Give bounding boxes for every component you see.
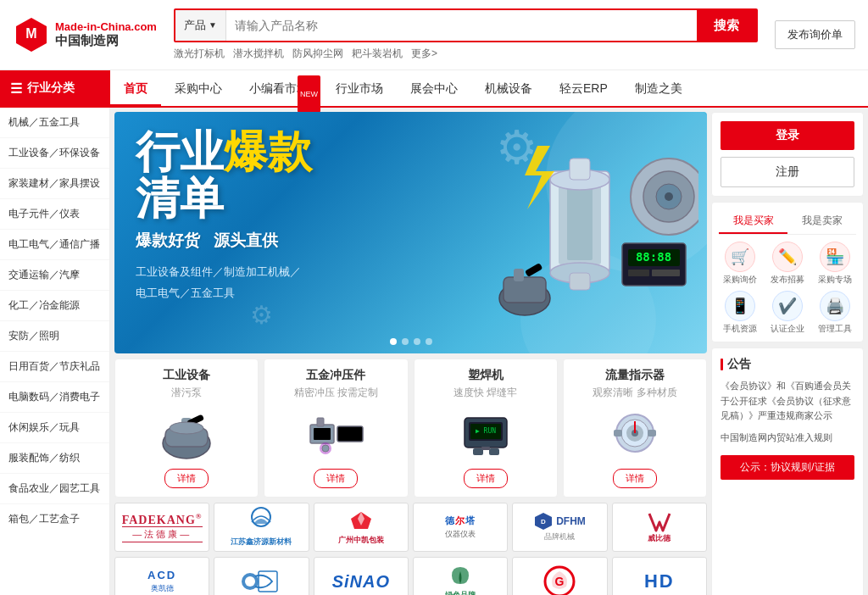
search-button[interactable]: 搜索 — [697, 10, 756, 41]
logo[interactable]: M Made-in-China.com 中国制造网 — [13, 16, 157, 53]
brand-wbd[interactable]: 威比德 — [612, 503, 707, 552]
hotword-3[interactable]: 防风抑尘网 — [292, 47, 343, 61]
sidebar-item-machinery[interactable]: 机械／五金工具 — [0, 108, 109, 138]
sidebar-item-building[interactable]: 家装建材／家具摆设 — [0, 169, 109, 199]
svg-rect-31 — [337, 426, 363, 442]
hotword-4[interactable]: 耙斗装岩机 — [352, 47, 403, 61]
sidebar-item-industrial[interactable]: 工业设备／环保设备 — [0, 138, 109, 169]
nav-item-erp[interactable]: 轻云ERP — [546, 70, 621, 106]
sidebar-item-clothing[interactable]: 服装配饰／纺织 — [0, 443, 109, 474]
sidebar-item-leisure[interactable]: 休闲娱乐／玩具 — [0, 413, 109, 443]
notice-title: 公告 — [721, 357, 854, 372]
nav-item-home[interactable]: 首页 — [110, 70, 161, 106]
svg-point-53 — [245, 576, 255, 587]
brand-sinao[interactable]: SiNAO — [314, 557, 409, 595]
sidebar-item-transport[interactable]: 交通运输／汽摩 — [0, 260, 109, 291]
register-button[interactable]: 注册 — [721, 157, 854, 187]
banner-highlight: 爆款 — [224, 127, 312, 176]
dot-3[interactable] — [414, 338, 420, 345]
brand-unknown-1[interactable] — [214, 557, 309, 595]
seller-tab[interactable]: 我是卖家 — [787, 209, 856, 234]
icon-certified-enterprise[interactable]: ✔️ 认证企业 — [766, 291, 809, 335]
dot-1[interactable] — [390, 338, 397, 345]
icon-certified-enterprise-label: 认证企业 — [771, 323, 804, 335]
dot-2[interactable] — [402, 338, 409, 345]
nav-item-expo[interactable]: 展会中心 — [397, 70, 471, 106]
sidebar-item-chemical[interactable]: 化工／冶金能源 — [0, 291, 109, 321]
publish-inquiry-button[interactable]: 发布询价单 — [775, 20, 855, 49]
sidebar-item-electronics[interactable]: 电子元件／仪表 — [0, 199, 109, 230]
hotword-2[interactable]: 潜水搅拌机 — [233, 47, 284, 61]
search-input[interactable] — [226, 10, 697, 41]
sidebar: 机械／五金工具 工业设备／环保设备 家装建材／家具摆设 电子元件／仪表 电工电气… — [0, 108, 110, 595]
svg-rect-8 — [570, 158, 590, 180]
sidebar-item-security[interactable]: 安防／照明 — [0, 321, 109, 352]
brand-row-1: FADEKANG® —法德康— 江苏鑫济源新材料 — [114, 503, 707, 552]
svg-point-33 — [322, 445, 329, 452]
dot-4[interactable] — [426, 338, 432, 345]
sidebar-item-food[interactable]: 食品农业／园艺工具 — [0, 474, 109, 504]
icon-grid: 🛒 采购询价 ✏️ 发布招募 🏪 采购专场 📱 手机资源 ✔️ 认证企 — [719, 242, 856, 335]
buyer-seller-tabs: 我是买家 我是卖家 — [719, 209, 856, 235]
product-cards-row: 工业设备 潜污泵 详情 五金冲压件 精密冲压 按需定制 — [114, 359, 707, 498]
icon-publish-recruit[interactable]: ✏️ 发布招募 — [766, 242, 809, 286]
nav-category-btn[interactable]: ☰ 行业分类 — [0, 70, 110, 106]
search-type-selector[interactable]: 产品 ▼ — [175, 10, 226, 41]
product-title-2: 五金冲压件 — [273, 368, 398, 383]
sidebar-item-electrical[interactable]: 电工电气／通信广播 — [0, 230, 109, 260]
icon-purchase-inquiry[interactable]: 🛒 采购询价 — [719, 242, 761, 286]
detail-btn-2[interactable]: 详情 — [314, 469, 358, 488]
icon-purchase-venue[interactable]: 🏪 采购专场 — [814, 242, 856, 286]
icon-mobile-resources-label: 手机资源 — [723, 323, 757, 335]
brand-row-2: ACD 奥凯德 SiNAO — [114, 557, 707, 595]
nav-bar: ☰ 行业分类 首页 采购中心 小编看市场NEW 行业市场 展会中心 机械设备 轻… — [0, 70, 868, 108]
product-sub-1: 潜污泵 — [124, 386, 249, 400]
brand-acd[interactable]: ACD 奥凯德 — [114, 557, 209, 595]
brand-jiangsu[interactable]: 江苏鑫济源新材料 — [214, 503, 309, 552]
svg-text:88:88: 88:88 — [636, 250, 671, 264]
detail-btn-3[interactable]: 详情 — [464, 469, 508, 488]
icon-management-tools[interactable]: 🖨️ 管理工具 — [814, 291, 856, 335]
brand-hd[interactable]: HD — [612, 557, 707, 595]
brand-dfhm[interactable]: D DFHM 品牌机械 — [512, 503, 607, 552]
nav-item-purchase[interactable]: 采购中心 — [161, 70, 236, 106]
brand-circle-g[interactable]: G — [512, 557, 607, 595]
product-card-2: 五金冲压件 精密冲压 按需定制 详情 — [264, 359, 408, 498]
notice-rules-button[interactable]: 公示：协议规则/证据 — [721, 455, 854, 480]
svg-rect-30 — [314, 428, 331, 440]
banner-desc-2: 电工电气／五金工具 — [136, 283, 312, 304]
login-button[interactable]: 登录 — [721, 121, 854, 150]
sidebar-item-bags[interactable]: 箱包／工艺盒子 — [0, 504, 109, 534]
logo-sub-text: 中国制造网 — [55, 33, 157, 49]
brand-fadekang[interactable]: FADEKANG® —法德康— — [114, 503, 209, 552]
svg-point-28 — [170, 422, 203, 434]
sidebar-item-daily[interactable]: 日用百货／节庆礼品 — [0, 352, 109, 382]
icon-mobile-resources[interactable]: 📱 手机资源 — [719, 291, 761, 335]
svg-rect-41 — [481, 447, 490, 450]
product-sub-2: 精密冲压 按需定制 — [273, 386, 398, 400]
svg-rect-46 — [648, 430, 656, 437]
brand-green-leaf[interactable]: 绿色品牌 — [413, 557, 508, 595]
detail-btn-4[interactable]: 详情 — [613, 469, 657, 488]
svg-rect-45 — [614, 430, 622, 437]
logo-icon: M — [13, 16, 50, 53]
nav-item-beauty[interactable]: 制造之美 — [621, 70, 696, 106]
login-box: 登录 注册 — [711, 112, 864, 197]
buyer-tab[interactable]: 我是买家 — [719, 209, 787, 234]
brand-guangzhou[interactable]: 广州中凯包装 — [314, 503, 409, 552]
hotword-1[interactable]: 激光打标机 — [174, 47, 225, 61]
hotword-more[interactable]: 更多> — [411, 47, 437, 61]
notice-item-1[interactable]: 《会员协议》和《百购通会员关于公开征求《会员协议（征求意见稿）》严重违规商家公示 — [721, 379, 854, 424]
nav-item-market[interactable]: 小编看市场NEW — [236, 70, 322, 106]
notice-box: 公告 《会员协议》和《百购通会员关于公开征求《会员协议（征求意见稿）》严重违规商… — [711, 348, 864, 595]
brand-dele[interactable]: 德尔塔 仪器仪表 — [413, 503, 508, 552]
nav-item-machinery[interactable]: 机械设备 — [471, 70, 546, 106]
detail-btn-1[interactable]: 详情 — [164, 469, 209, 488]
product-title-4: 流量指示器 — [572, 368, 698, 383]
gear-decoration-small: ⚙ — [250, 303, 273, 328]
notice-item-2[interactable]: 中国制造网内贸站准入规则 — [721, 431, 854, 446]
banner-title: 行业爆款 — [136, 129, 312, 175]
nav-item-industry[interactable]: 行业市场 — [322, 70, 397, 106]
sidebar-item-digital[interactable]: 电脑数码／消费电子 — [0, 382, 109, 413]
product-card-3: 塑焊机 速度快 焊缝牢 ▶ RUN 详情 — [414, 359, 558, 498]
